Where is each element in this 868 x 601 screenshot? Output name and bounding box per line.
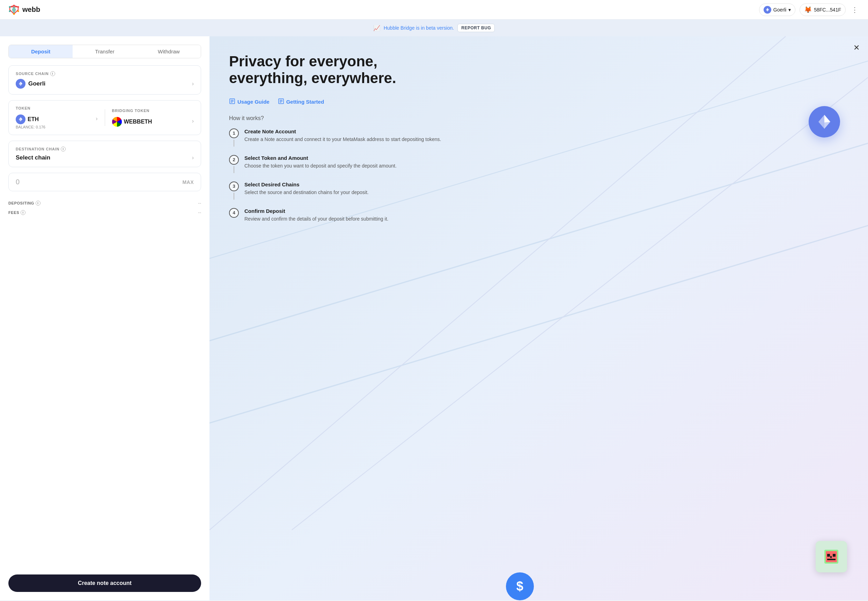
svg-marker-7 — [767, 8, 769, 10]
step-2-number-col: 2 — [229, 155, 239, 173]
step-4: 4 Confirm Deposit Review and confirm the… — [229, 208, 848, 223]
svg-point-0 — [13, 5, 15, 6]
destination-chain-label: DESTINATION CHAIN i — [16, 146, 194, 151]
more-options-button[interactable]: ⋮ — [850, 4, 860, 15]
network-selector[interactable]: Goerli ▾ — [759, 3, 795, 16]
svg-point-5 — [13, 13, 15, 15]
chart-icon: 📈 — [373, 25, 380, 31]
info-rows: DEPOSITING i -- FEES i -- — [8, 197, 201, 218]
token-chevron: › — [96, 116, 98, 122]
bridging-token-value: WEBBETH — [124, 119, 152, 125]
metamask-fox-icon: 🦊 — [804, 6, 812, 14]
getting-started-icon — [278, 98, 284, 105]
svg-point-3 — [9, 10, 11, 12]
beta-banner: 📈 Hubble Bridge is in beta version. REPO… — [0, 20, 868, 36]
step-4-desc: Review and confirm the details of your d… — [245, 215, 848, 223]
logo: webb — [8, 4, 40, 15]
destination-chain-row[interactable]: Select chain › — [16, 154, 194, 161]
depositing-value: -- — [198, 200, 201, 206]
svg-marker-9 — [21, 82, 22, 84]
svg-marker-26 — [824, 115, 830, 122]
left-panel: Deposit Transfer Withdraw SOURCE CHAIN i — [0, 36, 209, 600]
source-chain-chevron: › — [192, 81, 194, 87]
step-1-title: Create Note Account — [245, 128, 848, 134]
step-4-title: Confirm Deposit — [245, 208, 848, 214]
max-button[interactable]: MAX — [182, 179, 194, 185]
svg-rect-30 — [827, 554, 830, 557]
source-chain-info-icon[interactable]: i — [50, 71, 55, 76]
step-1-number: 1 — [229, 128, 239, 138]
network-eth-icon — [764, 6, 771, 14]
amount-input[interactable] — [16, 178, 182, 186]
step-3-title: Select Desired Chains — [245, 182, 848, 188]
balance-label: BALANCE: 0.176 — [16, 125, 98, 129]
close-button[interactable]: ✕ — [853, 43, 860, 52]
tab-deposit[interactable]: Deposit — [9, 45, 73, 58]
usage-guide-link[interactable]: Usage Guide — [229, 98, 269, 105]
bridging-token-label: BRIDGING TOKEN — [112, 108, 194, 113]
webbeth-icon — [112, 117, 122, 127]
token-section: TOKEN ETH › — [16, 106, 98, 129]
step-2-content: Select Token and Amount Choose the token… — [245, 155, 848, 169]
destination-chain-info-icon[interactable]: i — [61, 146, 66, 151]
source-chain-row[interactable]: Goerli › — [16, 79, 194, 88]
destination-chain-value: Select chain — [16, 154, 50, 161]
step-2-number: 2 — [229, 155, 239, 165]
svg-line-15 — [209, 36, 785, 530]
step-1: 1 Create Note Account Create a Note acco… — [229, 128, 848, 155]
guide-links: Usage Guide Getting Started — [229, 98, 848, 105]
svg-line-13 — [209, 201, 868, 448]
step-2-desc: Choose the token you want to deposit and… — [245, 162, 848, 169]
token-card: TOKEN ETH › — [8, 100, 201, 135]
fees-info-icon[interactable]: i — [21, 210, 26, 215]
source-chain-card: SOURCE CHAIN i Goerli › — [8, 65, 201, 95]
amount-card: MAX — [8, 173, 201, 191]
decorative-dollar-coin: $ — [506, 572, 534, 600]
svg-point-2 — [17, 6, 19, 8]
header-right: Goerli ▾ 🦊 58FC...541F ⋮ — [759, 3, 860, 16]
token-label: TOKEN — [16, 106, 98, 110]
svg-point-1 — [9, 6, 11, 8]
step-3-content: Select Desired Chains Select the source … — [245, 182, 848, 196]
usage-guide-label: Usage Guide — [237, 99, 269, 105]
goerli-eth-icon — [16, 79, 26, 88]
report-bug-button[interactable]: REPORT BUG — [457, 24, 495, 32]
bridging-section: BRIDGING TOKEN WEBBETH › — [112, 108, 194, 127]
wallet-address[interactable]: 🦊 58FC...541F — [799, 3, 846, 16]
decorative-eth-ball — [808, 106, 840, 137]
banner-text: Hubble Bridge is in beta version. — [384, 25, 454, 31]
right-panel: ✕ Privacy for everyone, everything, ever… — [209, 36, 868, 600]
steps-list: 1 Create Note Account Create a Note acco… — [229, 128, 848, 223]
eth-token-icon — [16, 114, 26, 124]
step-3-number: 3 — [229, 182, 239, 191]
main-content: Deposit Transfer Withdraw SOURCE CHAIN i — [0, 36, 868, 600]
step-4-content: Confirm Deposit Review and confirm the d… — [245, 208, 848, 223]
token-info[interactable]: ETH — [16, 114, 39, 124]
destination-chain-chevron: › — [192, 155, 194, 161]
step-3-desc: Select the source and destination chains… — [245, 189, 848, 196]
step-1-desc: Create a Note account and connect it to … — [245, 136, 848, 143]
depositing-info-icon[interactable]: i — [36, 201, 41, 206]
token-row: TOKEN ETH › — [16, 106, 194, 129]
usage-guide-icon — [229, 98, 235, 105]
background-lines — [209, 36, 868, 530]
source-chain-label: SOURCE CHAIN i — [16, 71, 194, 76]
step-2-line — [234, 166, 234, 173]
tab-withdraw[interactable]: Withdraw — [137, 45, 201, 58]
bridging-token-info[interactable]: WEBBETH — [112, 117, 152, 127]
logo-text: webb — [22, 6, 40, 14]
how-works-label: How it works? — [229, 115, 848, 122]
svg-marker-11 — [21, 117, 22, 120]
step-2-title: Select Token and Amount — [245, 155, 848, 161]
network-name: Goerli — [773, 7, 786, 12]
svg-rect-33 — [830, 556, 832, 558]
tab-transfer[interactable]: Transfer — [73, 45, 136, 58]
fees-label: FEES i — [8, 210, 26, 215]
getting-started-link[interactable]: Getting Started — [278, 98, 324, 105]
webb-logo-icon — [8, 4, 20, 15]
step-4-number: 4 — [229, 208, 239, 218]
decorative-watermelon-nft — [816, 541, 847, 572]
create-note-account-button[interactable]: Create note account — [8, 575, 201, 592]
network-chevron: ▾ — [789, 7, 791, 12]
fees-row: FEES i -- — [8, 207, 201, 217]
